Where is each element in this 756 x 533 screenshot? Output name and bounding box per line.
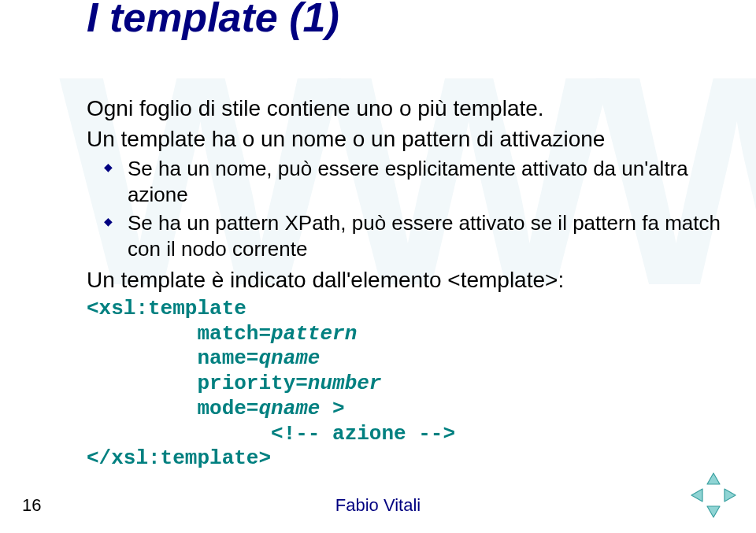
paragraph-3: Un template è indicato dall'elemento <te… bbox=[87, 266, 724, 294]
page-title: I template (1) bbox=[87, 0, 339, 41]
paragraph-2: Un template ha o un nome o un pattern di… bbox=[87, 125, 724, 153]
list-item: Se ha un pattern XPath, può essere attiv… bbox=[104, 210, 724, 261]
code-line: </xsl:template> bbox=[87, 446, 271, 470]
page-number: 16 bbox=[22, 495, 41, 516]
slide-body: Ogni foglio di stile contiene uno o più … bbox=[87, 0, 724, 472]
svg-marker-3 bbox=[724, 489, 736, 502]
code-line: name=qname bbox=[87, 346, 320, 370]
svg-marker-1 bbox=[707, 506, 720, 517]
slide-content: I template (1) Ogni foglio di stile cont… bbox=[0, 0, 756, 472]
code-block: <xsl:template match=pattern name=qname p… bbox=[87, 297, 724, 472]
paragraph-1: Ogni foglio di stile contiene uno o più … bbox=[87, 94, 724, 122]
code-line: <xsl:template bbox=[87, 297, 246, 320]
code-line: priority=number bbox=[87, 372, 381, 395]
author-name: Fabio Vitali bbox=[335, 495, 421, 516]
code-line: <!-- azione --> bbox=[87, 422, 455, 446]
bullet-list: Se ha un nome, può essere esplicitamente… bbox=[104, 156, 724, 261]
nav-arrows-icon[interactable] bbox=[690, 472, 737, 519]
code-line: match=pattern bbox=[87, 322, 357, 346]
list-item: Se ha un nome, può essere esplicitamente… bbox=[104, 156, 724, 207]
svg-marker-2 bbox=[691, 489, 702, 502]
code-line: mode=qname > bbox=[87, 397, 345, 420]
svg-marker-0 bbox=[707, 473, 720, 484]
